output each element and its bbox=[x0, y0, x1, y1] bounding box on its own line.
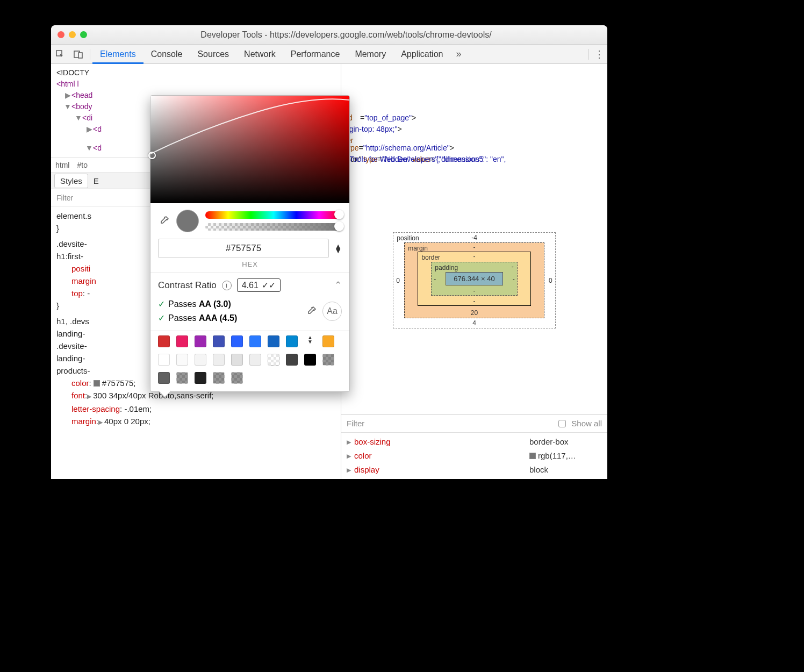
contrast-value: 4.61✓✓ bbox=[237, 278, 281, 292]
tab-console[interactable]: Console bbox=[143, 45, 190, 64]
alpha-slider[interactable] bbox=[205, 223, 342, 231]
tab-performance[interactable]: Performance bbox=[283, 45, 348, 64]
color-swatch[interactable] bbox=[94, 380, 100, 387]
palette-swatch[interactable] bbox=[322, 354, 334, 366]
device-toggle-icon[interactable] bbox=[69, 50, 88, 59]
color-field[interactable] bbox=[150, 96, 349, 203]
palette-swatch[interactable] bbox=[249, 354, 261, 366]
palette-swatch[interactable] bbox=[249, 335, 261, 347]
palette-swatch[interactable] bbox=[268, 354, 279, 366]
tab-application[interactable]: Application bbox=[393, 45, 450, 64]
filter-input[interactable]: Filter bbox=[56, 194, 73, 202]
palette-swatch[interactable] bbox=[176, 354, 188, 366]
breadcrumb-body[interactable]: #to bbox=[77, 161, 87, 169]
contrast-section: Contrast Ratio i 4.61✓✓ ⌃ ✓Passes AA (3.… bbox=[150, 273, 349, 331]
palette-swatch[interactable] bbox=[286, 354, 298, 366]
palette-swatch[interactable] bbox=[304, 354, 316, 366]
minimize-window-button[interactable] bbox=[69, 31, 76, 38]
palette: ▲▼ bbox=[150, 331, 349, 391]
color-cursor[interactable] bbox=[148, 152, 156, 159]
hue-thumb[interactable] bbox=[334, 210, 344, 219]
tab-sources[interactable]: Sources bbox=[190, 45, 236, 64]
palette-swatch[interactable] bbox=[231, 335, 243, 347]
palette-swatch[interactable] bbox=[213, 335, 225, 347]
hue-slider[interactable] bbox=[205, 211, 342, 219]
info-icon[interactable]: i bbox=[222, 281, 232, 290]
devtools-toolbar: Elements Console Sources Network Perform… bbox=[51, 45, 607, 64]
window-title: Developer Tools - https://developers.goo… bbox=[91, 30, 601, 40]
palette-swatch[interactable] bbox=[213, 372, 225, 384]
palette-swatch[interactable] bbox=[176, 372, 188, 384]
palette-swatch[interactable] bbox=[158, 372, 170, 384]
inspect-element-icon[interactable] bbox=[51, 50, 69, 59]
titlebar: Developer Tools - https://developers.goo… bbox=[51, 25, 607, 45]
palette-swatch[interactable] bbox=[195, 372, 206, 384]
subtab-events[interactable]: E bbox=[88, 174, 104, 188]
tab-memory[interactable]: Memory bbox=[347, 45, 393, 64]
palette-swatch[interactable] bbox=[195, 335, 206, 347]
palette-swatch[interactable] bbox=[195, 354, 206, 366]
show-all-checkbox[interactable] bbox=[558, 420, 566, 427]
close-window-button[interactable] bbox=[58, 31, 64, 38]
traffic-lights bbox=[58, 31, 87, 38]
hex-label: HEX bbox=[150, 260, 349, 273]
eyedropper-icon[interactable] bbox=[158, 215, 170, 227]
kebab-menu-icon[interactable]: ⋮ bbox=[591, 48, 607, 60]
tabs-overflow-icon[interactable]: » bbox=[450, 48, 466, 60]
text-preview[interactable]: Aa bbox=[322, 302, 342, 321]
palette-swatch[interactable] bbox=[158, 335, 170, 347]
computed-filter-input[interactable]: Filter bbox=[347, 419, 364, 428]
main-tabs: Elements Console Sources Network Perform… bbox=[92, 45, 450, 64]
palette-swatch[interactable] bbox=[268, 335, 279, 347]
palette-swatch[interactable] bbox=[231, 354, 243, 366]
palette-swatch[interactable] bbox=[286, 335, 298, 347]
svg-rect-2 bbox=[78, 53, 82, 58]
alpha-thumb[interactable] bbox=[334, 221, 344, 231]
check-icon: ✓ bbox=[158, 299, 165, 309]
palette-swatch[interactable] bbox=[158, 354, 170, 366]
computed-list[interactable]: ▶box-sizingborder-box ▶colorrgb(117,… ▶d… bbox=[341, 433, 607, 479]
collapse-icon[interactable]: ⌃ bbox=[334, 280, 342, 291]
box-model[interactable]: position -4 4 margin - 0 0 20 border - - bbox=[341, 221, 607, 414]
palette-swatch[interactable] bbox=[176, 335, 188, 347]
palette-switch-icon[interactable]: ▲▼ bbox=[304, 335, 316, 347]
zoom-window-button[interactable] bbox=[80, 31, 87, 38]
tab-network[interactable]: Network bbox=[236, 45, 283, 64]
show-all-label: Show all bbox=[571, 419, 602, 428]
tab-elements[interactable]: Elements bbox=[92, 45, 143, 64]
box-model-content: 676.344 × 40 bbox=[446, 272, 503, 285]
color-picker: ▲▼ HEX Contrast Ratio i 4.61✓✓ ⌃ ✓Passes… bbox=[150, 95, 350, 392]
current-color-swatch bbox=[176, 210, 199, 232]
bg-eyedropper-icon[interactable] bbox=[305, 305, 317, 317]
hex-input[interactable] bbox=[158, 239, 329, 258]
subtab-styles[interactable]: Styles bbox=[54, 174, 88, 188]
computed-filter-row: Filter Show all bbox=[341, 414, 607, 433]
format-toggle[interactable]: ▲▼ bbox=[334, 244, 342, 253]
palette-swatch[interactable] bbox=[231, 372, 243, 384]
check-icon: ✓ bbox=[158, 313, 165, 323]
breadcrumb-html[interactable]: html bbox=[55, 161, 69, 169]
palette-swatch[interactable] bbox=[213, 354, 225, 366]
palette-swatch[interactable] bbox=[322, 335, 334, 347]
